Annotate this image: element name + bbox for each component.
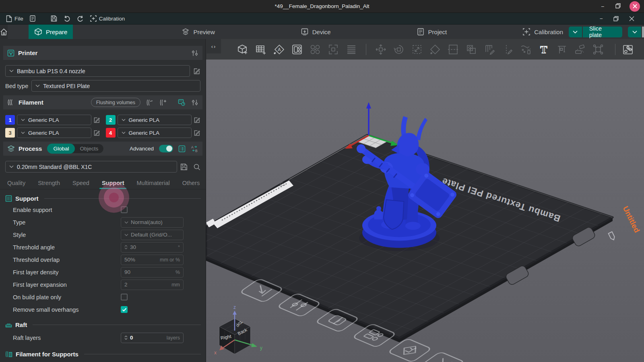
plate-delete-icon[interactable]	[421, 352, 464, 362]
search-preset-button[interactable]	[193, 163, 200, 171]
tab-device[interactable]: Device	[295, 25, 336, 39]
arrange-button[interactable]	[291, 43, 303, 56]
parameter-list-button[interactable]	[178, 145, 186, 152]
edit-filament-button[interactable]	[93, 130, 100, 136]
text-tool-button[interactable]: T	[537, 43, 550, 56]
filament-color-chip[interactable]: 4	[106, 128, 116, 138]
process-scope-toggle: Global Objects	[47, 144, 104, 154]
first-layer-density-input[interactable]: 90 %	[121, 267, 184, 278]
remove-small-overhangs-checkbox[interactable]	[121, 306, 128, 313]
param-label: Style	[13, 232, 121, 238]
advanced-toggle[interactable]	[159, 145, 173, 152]
tab-support[interactable]: Support	[101, 177, 125, 189]
notes-button[interactable]	[28, 13, 37, 24]
variable-layer-height-button[interactable]	[345, 43, 358, 56]
filament-select[interactable]: Generic PLA	[118, 115, 192, 125]
flushing-volumes-button[interactable]: Flushing volumes	[91, 98, 140, 107]
filament-color-chip[interactable]: 1	[5, 115, 15, 125]
threshold-overlap-input[interactable]: 50% mm or %	[121, 255, 184, 265]
mesh-boolean-button[interactable]	[465, 43, 478, 56]
printer-settings-button[interactable]	[191, 50, 198, 56]
ams-sync-button[interactable]	[178, 99, 186, 106]
bed-type-select[interactable]: Textured PEI Plate	[31, 80, 200, 92]
rotate-tool-button[interactable]	[392, 43, 405, 56]
tab-speed[interactable]: Speed	[72, 177, 90, 189]
print-plate-button[interactable]: Print plate	[642, 27, 644, 37]
scale-tool-button[interactable]	[411, 43, 423, 56]
add-plate-button[interactable]	[254, 43, 267, 56]
save-button[interactable]	[49, 13, 59, 24]
edit-filament-button[interactable]	[194, 117, 200, 123]
support-painting-button[interactable]	[483, 43, 496, 56]
os-minimize-button[interactable]: −	[599, 3, 606, 10]
scope-global-button[interactable]: Global	[47, 144, 75, 154]
edit-printer-button[interactable]	[193, 68, 200, 75]
add-object-button[interactable]	[236, 43, 249, 56]
support-style-select[interactable]: Default (Grid/O...	[121, 230, 184, 240]
split-to-parts-button[interactable]	[327, 43, 340, 56]
print-options-dropdown[interactable]	[628, 27, 641, 37]
compare-presets-button[interactable]: AB	[191, 145, 198, 152]
first-layer-expansion-input[interactable]: 2 mm	[121, 280, 184, 290]
filament-select[interactable]: Generic PLA	[118, 128, 192, 138]
os-close-button[interactable]	[630, 1, 640, 12]
fix-model-button[interactable]	[592, 43, 605, 56]
on-build-plate-only-checkbox[interactable]	[121, 294, 128, 300]
flatten-tool-button[interactable]	[429, 43, 442, 56]
assembly-view-button[interactable]	[574, 43, 586, 56]
slice-plate-button[interactable]: Slice plate	[583, 27, 622, 37]
printer-preset-select[interactable]: Bambu Lab P1S 0.4 nozzle	[5, 65, 190, 77]
add-filament-button[interactable]	[159, 99, 167, 106]
filament-select[interactable]: Generic PLA	[17, 128, 91, 138]
undo-button[interactable]	[62, 13, 72, 24]
app-restore-button[interactable]	[613, 16, 619, 21]
edit-filament-button[interactable]	[194, 130, 200, 136]
filament-settings-button[interactable]	[191, 99, 198, 106]
filament-color-chip[interactable]: 3	[5, 128, 15, 138]
home-button[interactable]	[0, 25, 8, 39]
viewport-3d[interactable]: Bambu Textured PEI Plate	[206, 39, 644, 362]
file-menu[interactable]: File	[4, 13, 25, 24]
remove-filament-button[interactable]	[146, 99, 154, 106]
filament-color-chip[interactable]: 2	[106, 115, 116, 125]
seam-painting-button[interactable]	[501, 43, 514, 56]
tab-others[interactable]: Others	[182, 177, 201, 189]
tab-multimaterial[interactable]: Multimaterial	[136, 177, 170, 189]
support-type-select[interactable]: Normal(auto)	[121, 217, 184, 228]
sidebar-collapse-handle[interactable]: ‹›	[206, 39, 221, 53]
move-tool-button[interactable]	[374, 43, 387, 56]
edit-filament-button[interactable]	[93, 117, 100, 123]
spinner-arrows[interactable]	[124, 245, 128, 249]
measure-tool-button[interactable]	[555, 43, 568, 56]
plate-orient-icon[interactable]	[388, 338, 431, 362]
auto-orient-button[interactable]: A	[272, 43, 285, 56]
app-close-button[interactable]	[629, 16, 634, 21]
tab-strength[interactable]: Strength	[37, 177, 61, 189]
enable-support-checkbox[interactable]	[121, 206, 128, 213]
process-preset-select[interactable]: 0.20mm Standard @BBL X1C	[5, 161, 177, 173]
scope-objects-button[interactable]: Objects	[74, 146, 103, 152]
filament-minus-icon	[146, 99, 154, 106]
assemble-objects-button[interactable]	[621, 43, 634, 56]
threshold-angle-spinner[interactable]: 30 °	[121, 242, 184, 253]
tab-project[interactable]: Project	[411, 25, 453, 39]
spinner-arrows[interactable]	[124, 335, 128, 340]
redo-button[interactable]	[75, 13, 86, 24]
tab-quality[interactable]: Quality	[6, 177, 26, 189]
tab-prepare[interactable]: Prepare	[29, 25, 73, 39]
tab-preview[interactable]: Preview	[176, 25, 220, 39]
project-name-label[interactable]: Untitled	[609, 205, 642, 241]
scene-canvas[interactable]: Bambu Textured PEI Plate	[206, 39, 644, 362]
raft-layers-spinner[interactable]: 0 layers	[121, 333, 184, 343]
split-to-objects-button[interactable]	[309, 43, 322, 56]
save-preset-button[interactable]	[180, 163, 188, 171]
color-painting-button[interactable]	[519, 43, 532, 56]
navigation-cube[interactable]: Top Right Back z y x	[214, 304, 262, 356]
slice-options-dropdown[interactable]	[569, 27, 582, 37]
filament-select[interactable]: Generic PLA	[17, 115, 91, 125]
app-minimize-button[interactable]: −	[600, 16, 603, 22]
tab-calibration[interactable]: Calibration	[517, 25, 569, 39]
calibration-menu[interactable]: Calibration	[88, 13, 127, 24]
os-maximize-button[interactable]	[614, 3, 621, 10]
cut-tool-button[interactable]	[447, 43, 460, 56]
